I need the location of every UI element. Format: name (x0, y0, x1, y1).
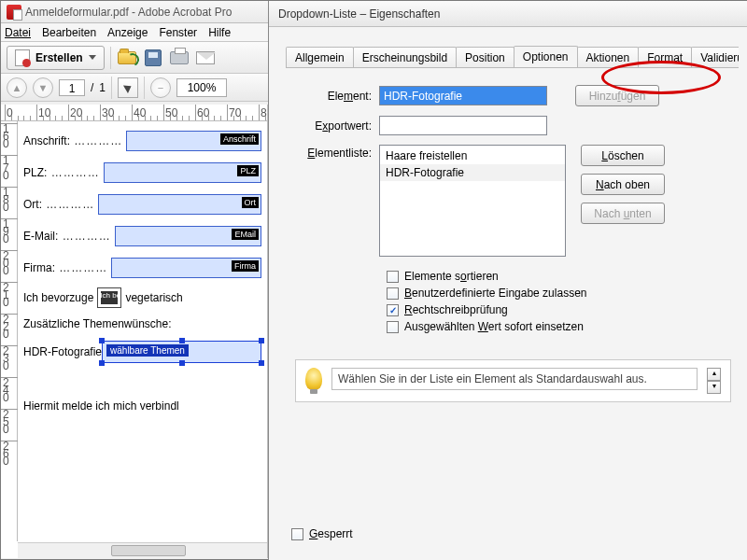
tab-allgemein[interactable]: Allgemein (286, 47, 354, 68)
checkbox-spell[interactable]: ✓Rechtschreibprüfung (387, 303, 731, 316)
field-dropdown-themen[interactable]: wählbare Themen (102, 341, 261, 363)
envelope-icon (196, 51, 215, 64)
checkbox-custom[interactable]: Benutzerdefinierte Eingabe zulassen (387, 287, 731, 300)
tab-body-optionen: Element: HDR-Fotografie Hinzufügen Expor… (269, 68, 747, 412)
print-button[interactable] (169, 48, 190, 68)
add-button[interactable]: Hinzufügen (575, 85, 659, 106)
checkbox-sort[interactable]: Elemente sortieren (387, 270, 731, 283)
create-button[interactable]: Erstellen (7, 46, 105, 70)
tab-format[interactable]: Format (638, 47, 692, 68)
zoom-input[interactable]: 100% (176, 78, 227, 97)
menu-bearbeiten[interactable]: Bearbeiten (42, 26, 96, 39)
menu-fenster[interactable]: Fenster (159, 26, 197, 39)
fieldtag-veg: Ich be (100, 291, 120, 300)
label-email: E-Mail: (23, 230, 111, 243)
tab-erscheinungsbild[interactable]: Erscheinungsbild (353, 47, 457, 68)
mail-button[interactable] (195, 48, 216, 68)
field-email[interactable]: EMail (115, 226, 261, 246)
field-checkbox-veg[interactable]: Ich be (97, 287, 121, 308)
document-area: 01020304050607080 1601701801902002102202… (1, 105, 268, 558)
input-element-value: HDR-Fotografie (384, 90, 462, 103)
tab-position[interactable]: Position (456, 47, 514, 68)
label-anschrift: Anschrift: (23, 134, 122, 147)
input-element[interactable]: HDR-Fotografie (379, 86, 547, 105)
ruler-vertical: 160170180190200210220230240250260 (1, 121, 18, 541)
scrollbar-thumb[interactable] (111, 545, 186, 556)
list-item[interactable]: Haare freistellen (380, 147, 565, 164)
dialog-tabstrip: Allgemein Erscheinungsbild Position Opti… (286, 44, 739, 68)
page-current-input[interactable]: 1 (59, 79, 85, 96)
label-hdr: HDR-Fotografie (23, 345, 102, 358)
label-plz: PLZ: (23, 166, 100, 179)
open-file-button[interactable] (117, 48, 137, 68)
field-ort[interactable]: Ort (98, 194, 261, 215)
label-themen: Zusätzliche Themenwünsche: (23, 317, 172, 330)
ruler-horizontal: 01020304050607080 (1, 105, 267, 121)
menu-anzeige[interactable]: Anzeige (107, 26, 148, 39)
label-ort: Ort: (23, 198, 94, 211)
fieldtag-firma: Firma (232, 260, 259, 272)
checkbox-locked[interactable]: Gesperrt (291, 527, 353, 540)
field-anschrift[interactable]: Anschrift (126, 131, 261, 151)
page-up-button[interactable]: ▲ (7, 77, 27, 98)
tab-aktionen[interactable]: Aktionen (577, 47, 640, 68)
chevron-down-icon (89, 55, 96, 60)
field-plz[interactable]: PLZ (104, 162, 261, 183)
list-item[interactable]: HDR-Fotografie (380, 164, 565, 181)
checkbox-commit[interactable]: Ausgewählten Wert sofort einsetzen (387, 320, 731, 333)
lightbulb-icon (305, 368, 322, 390)
tip-box: Wählen Sie in der Liste ein Element als … (295, 359, 731, 402)
menu-datei[interactable]: Datei (5, 26, 31, 39)
pointer-icon (123, 81, 134, 92)
fieldtag-themen: wählbare Themen (106, 344, 189, 357)
checkbox-commit-label: Ausgewählten Wert sofort einsetzen (404, 320, 584, 333)
fieldtag-email: EMail (232, 229, 259, 240)
tip-spinner[interactable]: ▴▾ (707, 368, 721, 394)
label-elementliste: Elementliste: (295, 145, 379, 160)
toolbar-separator (111, 77, 112, 99)
checkbox-icon (387, 321, 399, 333)
move-down-button[interactable]: Nach unten (581, 203, 665, 224)
checkbox-locked-label: Gesperrt (309, 527, 353, 540)
checkbox-sort-label: Elemente sortieren (404, 270, 499, 283)
checkbox-custom-label: Benutzerdefinierte Eingabe zulassen (404, 287, 586, 300)
tab-optionen[interactable]: Optionen (514, 46, 578, 68)
toolbar-separator (144, 77, 145, 99)
field-firma[interactable]: Firma (111, 258, 261, 278)
checkbox-icon (291, 528, 303, 540)
listbox-elements[interactable]: Haare freistellen HDR-Fotografie (379, 145, 566, 257)
checkbox-icon (387, 287, 399, 300)
printer-icon (170, 51, 189, 64)
app-icon (7, 5, 21, 20)
fieldtag-anschrift: Anschrift (220, 133, 259, 145)
folder-open-icon (118, 51, 136, 64)
input-exportwert[interactable] (379, 116, 547, 135)
page-total: 1 (99, 81, 106, 94)
fieldtag-ort: Ort (242, 197, 260, 208)
checkbox-checked-icon: ✓ (387, 304, 399, 316)
move-up-button[interactable]: Nach oben (581, 174, 665, 195)
label-exportwert: Exportwert: (295, 119, 379, 133)
label-firma: Firma: (23, 261, 107, 274)
dialog-title: Dropdown-Liste – Eigenschaften (278, 7, 440, 21)
page-down-button[interactable]: ▼ (33, 77, 53, 98)
menu-hilfe[interactable]: Hilfe (208, 26, 231, 39)
fieldtag-plz: PLZ (237, 165, 259, 176)
create-button-label: Erstellen (35, 51, 83, 64)
page-separator: / (91, 81, 93, 94)
save-button[interactable] (143, 48, 163, 68)
floppy-icon (145, 49, 162, 66)
toolbar-separator (110, 47, 111, 69)
form-page: Anschrift:Anschrift PLZ:PLZ Ort:Ort E-Ma… (18, 121, 267, 541)
tip-text: Wählen Sie in der Liste ein Element als … (331, 368, 698, 390)
select-tool-button[interactable] (118, 77, 138, 98)
label-veg-pre: Ich bevorzuge (23, 291, 93, 304)
zoom-out-button[interactable]: − (150, 77, 171, 98)
tab-validierung[interactable]: Validierung (691, 47, 739, 68)
scrollbar-horizontal[interactable] (18, 542, 267, 558)
checkbox-spell-label: Rechtschreibprüfung (404, 303, 508, 316)
label-veg-post: vegetarisch (125, 291, 182, 304)
delete-button[interactable]: Löschen (581, 145, 665, 166)
checkbox-icon (387, 271, 399, 283)
create-page-icon (15, 49, 30, 66)
